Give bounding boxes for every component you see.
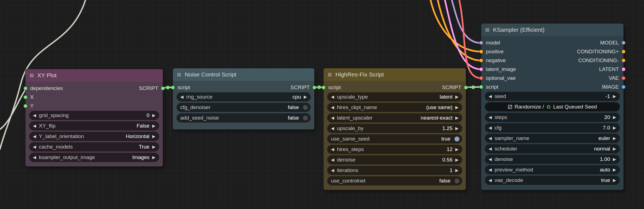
decrement-arrow-icon[interactable]: ◀ bbox=[331, 168, 334, 173]
toggle-indicator[interactable] bbox=[303, 105, 308, 110]
increment-arrow-icon[interactable]: ▶ bbox=[152, 144, 155, 149]
widget-upscale-type[interactable]: ◀ upscale_type latent ▶ bbox=[327, 92, 462, 101]
node-highres-fix-script[interactable]: HighRes-Fix Script script SCRIPT ◀ upsca… bbox=[324, 68, 466, 190]
output-slot-script[interactable]: SCRIPT bbox=[139, 85, 165, 91]
increment-arrow-icon[interactable]: ▶ bbox=[455, 147, 458, 152]
increment-arrow-icon[interactable]: ▶ bbox=[613, 94, 616, 99]
widget-cfg-denoiser[interactable]: cfg_denoiser false bbox=[177, 103, 311, 112]
increment-arrow-icon[interactable]: ▶ bbox=[152, 155, 155, 160]
input-slot-optional-vae[interactable]: optional_vae bbox=[479, 75, 516, 81]
output-slot-script[interactable]: SCRIPT bbox=[290, 84, 316, 91]
output-dot[interactable] bbox=[161, 86, 165, 90]
increment-arrow-icon[interactable]: ▶ bbox=[455, 94, 458, 99]
widget-seed[interactable]: ◀ seed -1 ▶ bbox=[485, 92, 620, 101]
output-slot-conditioning-plus[interactable]: CONDITIONING+ bbox=[577, 49, 625, 55]
input-dot[interactable] bbox=[24, 86, 27, 90]
input-dot[interactable] bbox=[322, 86, 325, 89]
increment-arrow-icon[interactable]: ▶ bbox=[152, 134, 155, 139]
decrement-arrow-icon[interactable]: ◀ bbox=[331, 105, 334, 110]
widget-cfg[interactable]: ◀ cfg 7.0 ▶ bbox=[485, 123, 620, 132]
input-slot-x[interactable]: X bbox=[24, 94, 34, 100]
output-slot-conditioning-minus[interactable]: CONDITIONING- bbox=[578, 57, 625, 64]
decrement-arrow-icon[interactable]: ◀ bbox=[331, 115, 334, 120]
output-slot-model[interactable]: MODEL bbox=[600, 40, 625, 46]
widget-steps[interactable]: ◀ steps 20 ▶ bbox=[485, 113, 620, 122]
increment-arrow-icon[interactable]: ▶ bbox=[455, 115, 458, 120]
input-slot-negative[interactable]: negative bbox=[479, 57, 506, 64]
input-slot-model[interactable]: model bbox=[479, 40, 500, 46]
input-dot[interactable] bbox=[479, 41, 483, 45]
output-slot-script[interactable]: SCRIPT bbox=[442, 84, 468, 91]
input-dot[interactable] bbox=[479, 76, 483, 80]
decrement-arrow-icon[interactable]: ◀ bbox=[489, 167, 492, 172]
decrement-arrow-icon[interactable]: ◀ bbox=[489, 146, 492, 151]
increment-arrow-icon[interactable]: ▶ bbox=[613, 125, 616, 130]
decrement-arrow-icon[interactable]: ◀ bbox=[489, 136, 492, 141]
decrement-arrow-icon[interactable]: ◀ bbox=[489, 178, 492, 183]
output-dot[interactable] bbox=[312, 86, 316, 89]
input-dot[interactable] bbox=[171, 86, 175, 89]
increment-arrow-icon[interactable]: ▶ bbox=[613, 178, 616, 183]
widget-use-same-seed[interactable]: use_same_seed true bbox=[327, 134, 462, 143]
input-slot-latent-image[interactable]: latent_image bbox=[479, 66, 516, 72]
widget-rng-source[interactable]: ◀ rng_source cpu ▶ bbox=[177, 92, 311, 101]
node-title-bar[interactable]: KSampler (Efficient) bbox=[481, 23, 624, 36]
node-ksampler-efficient[interactable]: KSampler (Efficient) model MODEL positiv… bbox=[481, 23, 624, 190]
output-dot[interactable] bbox=[622, 41, 625, 45]
increment-arrow-icon[interactable]: ▶ bbox=[455, 126, 458, 131]
decrement-arrow-icon[interactable]: ◀ bbox=[33, 113, 36, 118]
increment-arrow-icon[interactable]: ▶ bbox=[613, 167, 616, 172]
widget-y-label-orientation[interactable]: ◀ Y_label_orientation Horizontal ▶ bbox=[29, 132, 159, 141]
output-slot-image[interactable]: IMAGE bbox=[602, 84, 625, 90]
input-dot[interactable] bbox=[479, 85, 483, 89]
decrement-arrow-icon[interactable]: ◀ bbox=[489, 94, 492, 99]
randomize-last-queued-seed-button[interactable]: ⚂ Randomize / ♻ Last Queued Seed bbox=[485, 102, 620, 111]
input-slot-script[interactable]: script bbox=[171, 84, 190, 91]
increment-arrow-icon[interactable]: ▶ bbox=[613, 136, 616, 141]
widget-hires-ckpt-name[interactable]: ◀ hires_ckpt_name (use same) ▶ bbox=[327, 103, 462, 112]
decrement-arrow-icon[interactable]: ◀ bbox=[331, 157, 334, 162]
widget-use-controlnet[interactable]: use_controlnet false bbox=[327, 176, 462, 185]
increment-arrow-icon[interactable]: ▶ bbox=[455, 157, 458, 162]
widget-preview-method[interactable]: ◀ preview_method auto ▶ bbox=[485, 165, 620, 174]
decrement-arrow-icon[interactable]: ◀ bbox=[33, 144, 36, 149]
increment-arrow-icon[interactable]: ▶ bbox=[152, 113, 155, 118]
input-slot-dependencies[interactable]: dependencies bbox=[24, 85, 63, 91]
widget-add-seed-noise[interactable]: add_seed_noise false bbox=[177, 113, 311, 122]
output-dot[interactable] bbox=[622, 50, 625, 54]
output-slot-vae[interactable]: VAE bbox=[609, 75, 625, 81]
toggle-indicator[interactable] bbox=[454, 136, 460, 142]
node-xy-plot[interactable]: XY Plot dependencies SCRIPT X bbox=[25, 69, 163, 166]
node-noise-control-script[interactable]: Noise Control Script script SCRIPT ◀ rng… bbox=[173, 68, 314, 129]
input-dot[interactable] bbox=[24, 104, 27, 108]
increment-arrow-icon[interactable]: ▶ bbox=[304, 94, 307, 99]
increment-arrow-icon[interactable]: ▶ bbox=[613, 146, 616, 151]
decrement-arrow-icon[interactable]: ◀ bbox=[331, 94, 334, 99]
decrement-arrow-icon[interactable]: ◀ bbox=[331, 147, 334, 152]
increment-arrow-icon[interactable]: ▶ bbox=[152, 123, 155, 128]
widget-hires-steps[interactable]: ◀ hires_steps 12 ▶ bbox=[327, 145, 462, 154]
decrement-arrow-icon[interactable]: ◀ bbox=[489, 115, 492, 120]
increment-arrow-icon[interactable]: ▶ bbox=[613, 115, 616, 120]
widget-latent-upscaler[interactable]: ◀ latent_upscaler nearest-exact ▶ bbox=[327, 113, 462, 122]
output-dot[interactable] bbox=[622, 67, 625, 71]
output-dot[interactable] bbox=[622, 59, 625, 62]
node-graph-canvas[interactable]: XY Plot dependencies SCRIPT X bbox=[0, 0, 644, 209]
decrement-arrow-icon[interactable]: ◀ bbox=[33, 155, 36, 160]
widget-upscale-by[interactable]: ◀ upscale_by 1.25 ▶ bbox=[327, 124, 462, 133]
toggle-indicator[interactable] bbox=[303, 115, 308, 121]
output-dot[interactable] bbox=[622, 76, 625, 80]
input-slot-script[interactable]: script bbox=[479, 84, 498, 90]
widget-vae-decode[interactable]: ◀ vae_decode true ▶ bbox=[485, 176, 620, 185]
widget-cache-models[interactable]: ◀ cache_models True ▶ bbox=[29, 142, 159, 151]
widget-denoise[interactable]: ◀ denoise 1.00 ▶ bbox=[485, 155, 620, 164]
widget-xy-flip[interactable]: ◀ XY_flip False ▶ bbox=[29, 121, 159, 130]
input-slot-script[interactable]: script bbox=[322, 84, 341, 91]
decrement-arrow-icon[interactable]: ◀ bbox=[489, 157, 492, 162]
output-dot[interactable] bbox=[464, 86, 468, 89]
node-title-bar[interactable]: HighRes-Fix Script bbox=[324, 68, 466, 81]
widget-ksampler-output-image[interactable]: ◀ ksampler_output_image Images ▶ bbox=[29, 153, 159, 162]
input-dot[interactable] bbox=[479, 67, 483, 71]
increment-arrow-icon[interactable]: ▶ bbox=[455, 105, 458, 110]
node-title-bar[interactable]: XY Plot bbox=[25, 69, 163, 82]
